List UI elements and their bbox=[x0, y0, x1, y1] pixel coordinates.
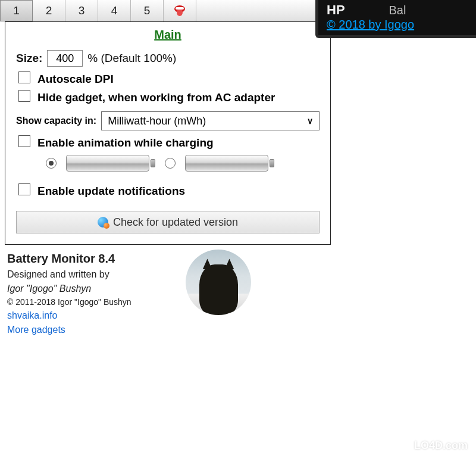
about-link-more[interactable]: More gadgets bbox=[7, 323, 476, 337]
capacity-select[interactable]: Milliwatt-hour (mWh) ∨ bbox=[101, 111, 320, 130]
autoscale-checkbox[interactable] bbox=[18, 71, 30, 83]
tab-4[interactable]: 4 bbox=[98, 0, 131, 21]
tab-5[interactable]: 5 bbox=[131, 0, 164, 21]
animation-checkbox[interactable] bbox=[18, 135, 30, 147]
capacity-label: Show capacity in: bbox=[16, 116, 96, 126]
svg-point-1 bbox=[177, 9, 183, 16]
svg-rect-2 bbox=[176, 7, 184, 10]
chevron-down-icon: ∨ bbox=[307, 116, 313, 126]
overlay-hp-label: HP bbox=[327, 2, 386, 18]
tab-2[interactable]: 2 bbox=[33, 0, 65, 21]
cat-icon bbox=[199, 264, 238, 315]
about-block: Battery Monitor 8.4 Designed and written… bbox=[7, 250, 476, 337]
main-heading: Main bbox=[16, 28, 320, 42]
size-suffix: % (Default 100%) bbox=[87, 52, 176, 65]
tab-tongue[interactable] bbox=[164, 0, 196, 21]
watermark: LO4D.com bbox=[414, 440, 468, 452]
tab-1[interactable]: 1 bbox=[0, 0, 33, 21]
update-notif-checkbox[interactable] bbox=[18, 183, 30, 195]
size-label: Size: bbox=[16, 52, 42, 65]
autoscale-label: Autoscale DPI bbox=[37, 71, 114, 88]
globe-download-icon bbox=[98, 217, 108, 228]
check-updates-label: Check for updated version bbox=[113, 216, 238, 229]
overlay-panel: HP Bal © 2018 by Igogo bbox=[315, 0, 476, 38]
size-input[interactable] bbox=[47, 50, 83, 67]
update-notif-label: Enable update notifications bbox=[37, 183, 185, 200]
capacity-value: Milliwatt-hour (mWh) bbox=[108, 115, 206, 127]
anim-style-2-radio[interactable] bbox=[165, 158, 176, 169]
battery-preview-2 bbox=[185, 155, 274, 172]
hide-gadget-checkbox[interactable] bbox=[18, 90, 30, 102]
author-avatar bbox=[186, 250, 251, 315]
overlay-credit-link[interactable]: © 2018 by Igogo bbox=[327, 18, 414, 31]
check-updates-button[interactable]: Check for updated version bbox=[16, 211, 320, 233]
hide-gadget-label: Hide gadget, when working from AC adapte… bbox=[37, 90, 275, 106]
tongue-icon bbox=[173, 4, 186, 17]
tab-3[interactable]: 3 bbox=[65, 0, 98, 21]
battery-preview-1 bbox=[66, 155, 155, 172]
about-link-site[interactable]: shvaika.info bbox=[7, 309, 476, 323]
settings-panel: Main Size: % (Default 100%) Autoscale DP… bbox=[5, 21, 331, 245]
overlay-bal-label: Bal bbox=[389, 4, 406, 17]
anim-style-1-radio[interactable] bbox=[46, 158, 57, 169]
animation-label: Enable animation while charging bbox=[37, 135, 214, 151]
